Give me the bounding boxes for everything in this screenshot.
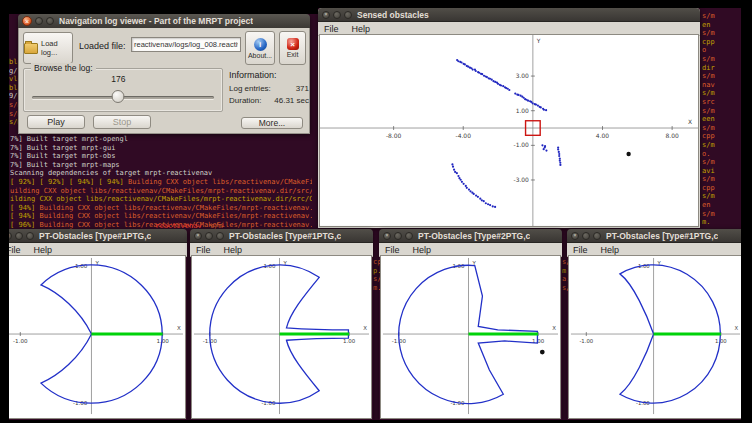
window-title: PT-Obstacles [Type#2PTG,c <box>418 231 530 241</box>
close-button[interactable]: × <box>322 11 330 19</box>
titlebar[interactable]: × PT-Obstacles [Type#1PTG,c <box>0 229 187 243</box>
maximize-button[interactable] <box>593 232 601 240</box>
obstacle-point <box>557 148 559 150</box>
obstacle-point <box>478 72 480 74</box>
obstacle-point <box>543 148 545 150</box>
terminal-line: 7%] Built target mrpt-gui <box>10 144 312 153</box>
play-button[interactable]: Play <box>27 115 85 129</box>
obstacle-point <box>456 172 458 174</box>
menu-file[interactable]: File <box>573 245 588 255</box>
obstacle-point <box>559 162 561 164</box>
obstacle-point <box>514 93 516 95</box>
x-tick-label: 4.00 <box>596 132 609 139</box>
titlebar[interactable]: × Navigation log viewer - Part of the MR… <box>18 14 310 29</box>
pt-obstacles-window-4: × PT-Obstacles [Type#1PTG,c File Help -1… <box>567 229 744 420</box>
pt-obstacles-canvas-2: -1.001.001.00-1.00XY <box>192 256 371 418</box>
menu-help[interactable]: Help <box>34 245 53 255</box>
loaded-file-field[interactable] <box>131 37 241 52</box>
duration-value: 46.31 sec <box>274 96 309 105</box>
obstacle-point <box>468 188 470 190</box>
terminal-line: s/m <box>702 29 740 38</box>
y-tick-label: -3.00 <box>513 176 529 183</box>
close-button[interactable]: × <box>194 232 202 240</box>
close-button[interactable]: × <box>383 232 391 240</box>
obstacle-point <box>463 183 465 185</box>
minimize-button[interactable] <box>333 11 341 19</box>
sensed-obstacles-window: × Sensed obstacles File Help -8.00-4.004… <box>318 8 700 228</box>
y-tick-label: 1.00 <box>516 107 529 114</box>
load-log-button[interactable]: Load log... <box>23 32 73 64</box>
x-tick-label: -1.00 <box>579 338 593 344</box>
slider-handle[interactable] <box>112 90 125 103</box>
terminal-line: s/m <box>702 175 740 184</box>
maximize-button[interactable] <box>46 17 54 25</box>
pt-obstacles-canvas-4: -1.001.001.00-1.00XY <box>569 256 742 418</box>
x-axis-label: X <box>177 325 181 331</box>
minimize-button[interactable] <box>394 232 402 240</box>
obstacle-point <box>557 146 559 148</box>
titlebar[interactable]: × PT-Obstacles [Type#1PTG,c <box>567 229 744 243</box>
terminal-line: [ 92%] [ 92%] [ 94%] [ 94%] Building CXX… <box>10 178 312 187</box>
navlog-viewer-content: Load log... Loaded file: i About... × Ex… <box>18 28 310 134</box>
menu-file[interactable]: File <box>385 245 400 255</box>
x-tick-label: -4.00 <box>456 132 472 139</box>
y-axis-label: Y <box>536 37 541 44</box>
obstacle-point <box>544 145 546 147</box>
minimize-button[interactable] <box>15 232 23 240</box>
menu-file[interactable]: File <box>324 24 339 34</box>
obstacle-point <box>535 103 537 105</box>
obstacle-point <box>477 196 479 198</box>
window-title: PT-Obstacles [Type#1PTG,c <box>606 231 718 241</box>
obstacle-point <box>481 73 483 75</box>
terminal-line: cpp <box>702 132 740 141</box>
log-entries-value: 371 <box>296 84 309 93</box>
terminal-line: m. <box>702 218 740 227</box>
terminal-line: en <box>702 21 740 30</box>
about-button[interactable]: i About... <box>245 31 275 65</box>
obstacle-point <box>453 169 455 171</box>
stop-button[interactable]: Stop <box>93 115 151 129</box>
obstacle-point <box>460 179 462 181</box>
terminal-line: s/m <box>702 55 740 64</box>
titlebar[interactable]: × PT-Obstacles [Type#1PTG,c <box>190 229 373 243</box>
menu-file[interactable]: File <box>196 245 211 255</box>
terminal-line: en <box>702 201 740 210</box>
menu-help[interactable]: Help <box>352 24 371 34</box>
minimize-button[interactable] <box>35 17 43 25</box>
information-title: Information: <box>229 70 309 80</box>
obstacle-point <box>540 106 542 108</box>
x-tick-label: 8.00 <box>666 132 679 139</box>
titlebar[interactable]: × PT-Obstacles [Type#2PTG,c <box>379 229 562 243</box>
more-button[interactable]: More... <box>241 117 303 129</box>
terminal-line: 7%] Built target mrpt-obs <box>10 152 312 161</box>
window-title: Navigation log viewer - Part of the MRPT… <box>59 16 253 26</box>
terminal-line: een <box>702 115 740 124</box>
minimize-button[interactable] <box>205 232 213 240</box>
obstacle-point <box>475 194 477 196</box>
obstacle-point <box>475 70 477 72</box>
obstacle-point <box>486 76 488 78</box>
menu-help[interactable]: Help <box>224 245 243 255</box>
obstacle-point <box>483 200 485 202</box>
terminal-line: cpp <box>702 184 740 193</box>
titlebar[interactable]: × Sensed obstacles <box>318 8 700 22</box>
log-position-slider[interactable]: 176 <box>32 89 214 105</box>
terminal-line: cpp <box>702 38 740 47</box>
terminal-output: 7%] Built target mrpt-opengl7%] Built ta… <box>10 135 312 230</box>
obstacle-point <box>508 89 510 91</box>
menu-help[interactable]: Help <box>601 245 620 255</box>
maximize-button[interactable] <box>405 232 413 240</box>
menu-help[interactable]: Help <box>413 245 432 255</box>
close-button[interactable]: × <box>22 16 32 26</box>
pt-obstacles-plot-4: -1.001.001.00-1.00XY <box>568 255 743 419</box>
maximize-button[interactable] <box>26 232 34 240</box>
x-axis-label: X <box>688 118 692 125</box>
close-button[interactable]: × <box>571 232 579 240</box>
exit-button[interactable]: × Exit <box>279 31 306 65</box>
info-icon: i <box>254 38 267 51</box>
maximize-button[interactable] <box>216 232 224 240</box>
minimize-button[interactable] <box>582 232 590 240</box>
sensed-obstacles-canvas: -8.00-4.004.008.003.001.00-1.00-3.00XY <box>320 35 698 226</box>
maximize-button[interactable] <box>344 11 352 19</box>
slider-value: 176 <box>111 74 125 84</box>
